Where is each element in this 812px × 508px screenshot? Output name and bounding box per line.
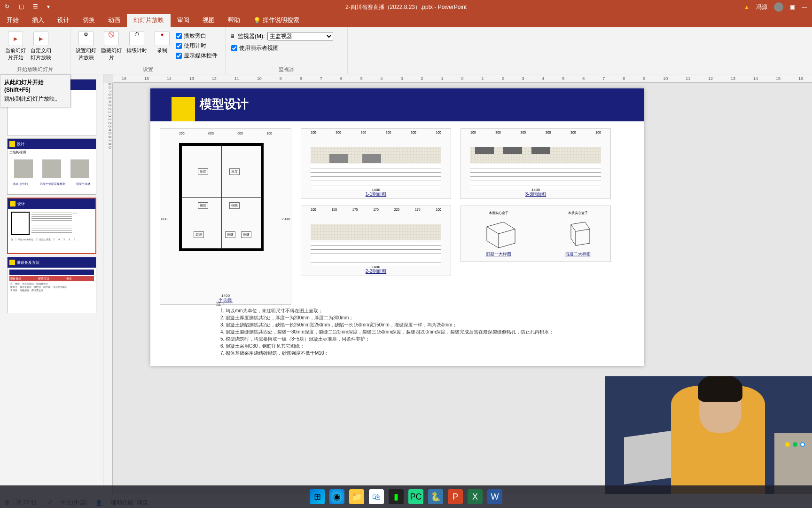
from-current-slide-button[interactable]: ▶ 当前幻灯片开始 <box>4 29 27 66</box>
word-icon[interactable]: W <box>487 489 502 504</box>
tab-help[interactable]: 帮助 <box>221 13 247 27</box>
webcam-overlay <box>605 376 812 494</box>
explorer-icon[interactable]: 📁 <box>349 489 364 504</box>
edge-icon[interactable]: ◉ <box>329 489 344 504</box>
terminal-icon[interactable]: ▮ <box>389 489 404 504</box>
windows-taskbar[interactable]: ⊞ ◉ 📁 🛍 ▮ PC 🐍 P X W <box>0 485 812 508</box>
vertical-ruler: 9 8 7 6 5 4 3 2 1 0 1 2 3 4 5 6 7 8 9 <box>103 83 113 494</box>
warning-icon: ▲ <box>744 4 750 10</box>
username-label: 冯源 <box>756 3 767 11</box>
tooltip-body: 跳转到此幻灯片放映。 <box>4 95 66 103</box>
tab-design[interactable]: 设计 <box>51 13 76 27</box>
touch-icon[interactable]: ☰ <box>33 3 40 11</box>
hide-slide-button[interactable]: 🚫 隐藏幻灯片 <box>100 29 123 66</box>
slide-title: 模型设计 <box>200 96 249 112</box>
slide-thumb[interactable]: 带设备及方法 测目包括 探查方法 备注 之、物迹 冲击回波法、探地雷达法 建采文… <box>7 257 96 313</box>
slide-title-bar: 模型设计 <box>150 88 644 121</box>
tab-home[interactable]: 开始 <box>0 13 25 27</box>
custom-show-icon: ▶ <box>33 31 48 46</box>
setup-slideshow-button[interactable]: ⚙ 设置幻灯片放映 <box>74 29 98 66</box>
section-3-diagram: 100300300300300100 1400 3-3剖面图 <box>461 128 611 199</box>
use-timings-checkbox[interactable]: 使用计时 <box>176 42 218 50</box>
ribbon-display-icon[interactable]: ▣ <box>790 4 795 10</box>
status-dots <box>785 442 805 447</box>
slide-canvas[interactable]: 模型设计 200600600100 厚度 厚度 钢筋 钢筋 裂缝 <box>150 88 644 366</box>
custom-slideshow-button[interactable]: ▶ 自定义幻灯片放映 <box>29 29 53 66</box>
tab-view[interactable]: 视图 <box>196 13 221 27</box>
user-avatar-icon[interactable] <box>774 2 783 12</box>
notes-text: 注： 均以mm为单位，未注明尺寸不得在图上量取；混凝土厚度测试共2处，厚度一为2… <box>216 300 620 357</box>
presenter-hair <box>698 376 742 402</box>
title-bar: ↻ ▢ ☰ ▾ 2-四川省赛直播（2022.8.23）.pptx - Power… <box>0 0 812 14</box>
setup-icon: ⚙ <box>78 31 94 46</box>
play-narration-checkbox[interactable]: 播放旁白 <box>176 32 218 40</box>
record-button[interactable]: ● 录制 <box>150 29 174 66</box>
tab-review[interactable]: 审阅 <box>171 13 196 27</box>
group-start-label: 开始放映幻灯片 <box>0 66 70 73</box>
document-title: 2-四川省赛直播（2022.8.23）.pptx - PowerPoint <box>345 3 467 11</box>
slide-thumb-active[interactable]: 设计 □ □ 注：1. 均以mm为单位... 2. 混凝土厚度... 3. ..… <box>7 198 96 254</box>
tab-transitions[interactable]: 切换 <box>76 13 102 27</box>
accent-square <box>172 97 195 121</box>
python-icon[interactable]: 🐍 <box>428 489 443 504</box>
minimize-button[interactable]: — <box>802 4 807 10</box>
slide-thumbnail-panel[interactable]: 完成 (80%) 负责人均：20分 常在规定时间完成比赛 参赛风险：2分 设计 … <box>0 74 103 494</box>
ribbon-content: ▶ 当前幻灯片开始 ▶ 自定义幻灯片放映 开始放映幻灯片 ⚙ 设置幻灯片放映 🚫… <box>0 27 812 74</box>
start-menu-icon[interactable]: ⊞ <box>310 489 325 504</box>
hide-icon: 🚫 <box>104 31 119 46</box>
presenter-icon[interactable]: ▢ <box>19 3 26 11</box>
qat-dropdown-icon[interactable]: ▾ <box>47 3 55 11</box>
rehearse-timings-button[interactable]: ⏱ 排练计时 <box>125 29 148 66</box>
tab-animations[interactable]: 动画 <box>102 13 127 27</box>
slide-thumb[interactable]: 设计 土结构检测 冰冻（过冷）混凝土钢筋采集检测混凝土块材 <box>7 138 96 195</box>
autosave-icon[interactable]: ↻ <box>5 3 12 11</box>
store-icon[interactable]: 🛍 <box>369 489 384 504</box>
quick-access-toolbar: ↻ ▢ ☰ ▾ <box>0 3 55 11</box>
monitor-label: 监视器(M): <box>238 32 265 40</box>
tooltip-title: 从此幻灯片开始 (Shift+F5) <box>4 79 66 93</box>
group-setup-label: 设置 <box>70 66 225 73</box>
tab-slideshow[interactable]: 幻灯片放映 <box>127 13 171 27</box>
monitor-icon: 🖥 <box>229 33 235 40</box>
plan-view-diagram: 200600600100 厚度 厚度 钢筋 钢筋 裂缝 裂缝 裂缝 平面图 <box>160 128 291 305</box>
section-1-diagram: 100300300300300100 1400 1-1剖面图 <box>301 128 451 199</box>
monitor-select[interactable]: 主监视器 <box>267 32 333 40</box>
cube-details: 木质实心盒子 混凝一大样图 木质实心盒子 混凝二大样图 <box>461 206 611 262</box>
ribbon-tabs: 开始 插入 设计 切换 动画 幻灯片放映 审阅 视图 帮助 💡 操作说明搜索 <box>0 14 812 27</box>
group-monitor-label: 监视器 <box>226 66 347 73</box>
show-media-checkbox[interactable]: 显示媒体控件 <box>176 52 218 60</box>
excel-icon[interactable]: X <box>468 489 483 504</box>
lightbulb-icon: 💡 <box>253 17 261 24</box>
powerpoint-icon[interactable]: P <box>448 489 463 504</box>
pycharm-icon[interactable]: PC <box>408 489 423 504</box>
diagram-area: 200600600100 厚度 厚度 钢筋 钢筋 裂缝 裂缝 裂缝 平面图 <box>160 128 634 305</box>
horizontal-ruler: 1615141312111098765432101234567891011121… <box>113 74 812 83</box>
presenter-view-checkbox[interactable]: 使用演示者视图 <box>229 44 344 52</box>
clock-icon: ⏱ <box>129 31 144 46</box>
tab-insert[interactable]: 插入 <box>25 13 51 27</box>
play-current-icon: ▶ <box>8 31 23 46</box>
section-2-diagram: 100150175175225175100 1400 2-2剖面图 <box>301 206 451 276</box>
tooltip-popup: 从此幻灯片开始 (Shift+F5) 跳转到此幻灯片放映。 <box>0 74 70 107</box>
record-icon: ● <box>155 31 170 46</box>
tab-tellme[interactable]: 💡 操作说明搜索 <box>247 13 306 27</box>
